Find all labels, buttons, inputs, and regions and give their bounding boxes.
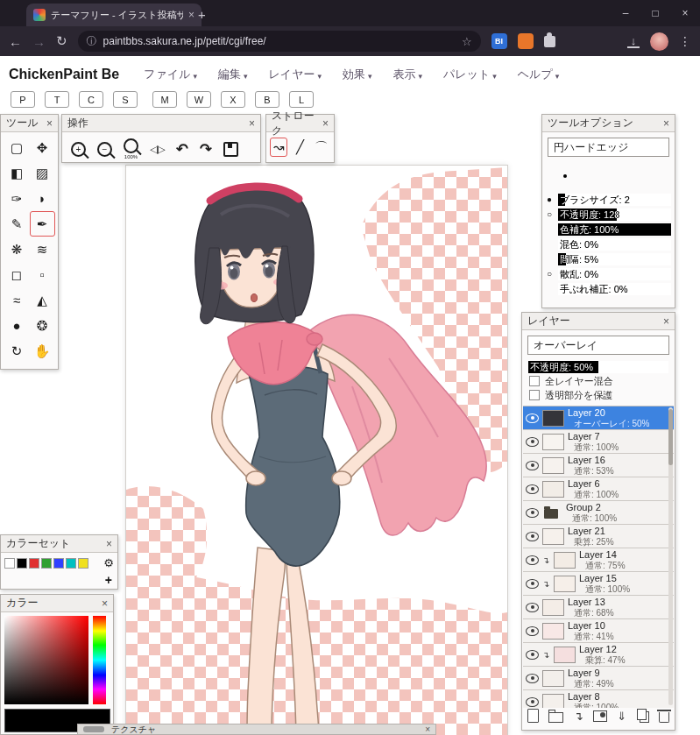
color-swatch[interactable] bbox=[4, 558, 15, 569]
visibility-eye-icon[interactable] bbox=[526, 413, 539, 423]
tool-soft-eraser[interactable]: ▫ bbox=[30, 262, 55, 287]
back-button[interactable]: ← bbox=[9, 34, 22, 49]
save-icon[interactable] bbox=[223, 142, 238, 157]
actions-palette-close-icon[interactable]: × bbox=[249, 117, 255, 130]
stroke-line-icon[interactable]: ╱ bbox=[291, 138, 308, 157]
tool-options-header[interactable]: ツールオプション × bbox=[542, 115, 675, 132]
layer-row[interactable]: Layer 10通常: 41% bbox=[523, 619, 674, 643]
tool-eyedropper[interactable]: ✑ bbox=[4, 186, 30, 211]
stroke-bezier-icon[interactable]: ⌒ bbox=[313, 138, 330, 157]
tool-dodge[interactable]: ● bbox=[4, 313, 30, 338]
forward-button[interactable]: → bbox=[32, 34, 46, 49]
tool-pencil[interactable]: ✎ bbox=[4, 211, 30, 237]
tool-gradient[interactable]: ▨ bbox=[30, 160, 55, 186]
bookmark-star-icon[interactable]: ☆ bbox=[462, 35, 472, 48]
shortcut-w[interactable]: W bbox=[187, 91, 211, 108]
visibility-eye-icon[interactable] bbox=[526, 579, 539, 589]
slider-resaturation[interactable]: 色補充: 100% bbox=[542, 222, 675, 237]
slider-opacity[interactable]: ○ 不透明度: 128 bbox=[542, 207, 675, 222]
shortcut-m[interactable]: M bbox=[152, 91, 177, 108]
add-layer-button[interactable] bbox=[527, 709, 539, 723]
stroke-palette-header[interactable]: ストローク × bbox=[266, 115, 334, 132]
color-swatch[interactable] bbox=[78, 558, 88, 569]
shortcut-t[interactable]: T bbox=[45, 91, 69, 108]
tab-close-icon[interactable]: × bbox=[188, 9, 194, 21]
tool-pen[interactable]: ✒ bbox=[30, 211, 55, 237]
menu-palette[interactable]: パレット bbox=[443, 67, 497, 82]
visibility-eye-icon[interactable] bbox=[526, 508, 539, 518]
zoom-100-icon[interactable]: 100% bbox=[124, 138, 138, 159]
tool-rect-select[interactable]: ▢ bbox=[4, 135, 30, 160]
menu-effect[interactable]: 効果 bbox=[343, 67, 372, 82]
layer-row[interactable]: Layer 21乗算: 25% bbox=[523, 525, 674, 548]
tool-burn[interactable]: ❂ bbox=[30, 313, 55, 338]
protect-alpha-row[interactable]: 透明部分を保護 bbox=[522, 388, 675, 402]
blend-mode-dropdown[interactable]: オーバーレイ bbox=[527, 336, 669, 355]
menu-edit[interactable]: 編集 bbox=[218, 67, 248, 82]
add-group-button[interactable] bbox=[548, 710, 563, 723]
layer-row[interactable]: Layer 7通常: 100% bbox=[523, 430, 674, 454]
menu-help[interactable]: ヘルプ bbox=[518, 67, 559, 82]
visibility-eye-icon[interactable] bbox=[526, 603, 539, 612]
flip-horizontal-icon[interactable]: ◁|▷ bbox=[150, 144, 165, 155]
visibility-eye-icon[interactable] bbox=[526, 555, 539, 565]
color-swatch[interactable] bbox=[41, 558, 52, 569]
tool-hand[interactable]: ✋ bbox=[30, 338, 55, 364]
color-swatch[interactable] bbox=[17, 558, 27, 569]
color-swatch[interactable] bbox=[66, 558, 76, 569]
layers-palette-close-icon[interactable]: × bbox=[663, 315, 669, 328]
merge-down-button[interactable]: ⇓ bbox=[617, 710, 626, 723]
shortcut-x[interactable]: X bbox=[221, 91, 245, 108]
clip-layer-button[interactable]: ↴ bbox=[574, 710, 583, 723]
window-close-button[interactable]: × bbox=[670, 0, 700, 26]
slider-smoothing[interactable]: 手ぶれ補正: 0% bbox=[542, 281, 675, 296]
shortcut-b[interactable]: B bbox=[255, 91, 279, 108]
saturation-value-box[interactable] bbox=[4, 616, 88, 704]
slider-brush-size[interactable]: ● ブラシサイズ: 2 bbox=[542, 192, 675, 207]
mix-all-layers-checkbox[interactable] bbox=[529, 376, 540, 386]
extension-bi-icon[interactable]: BI bbox=[491, 33, 507, 49]
address-bar[interactable]: ⓘ paintbbs.sakura.ne.jp/petit/cgi/free/ … bbox=[78, 31, 481, 52]
layer-row[interactable]: Layer 9通常: 49% bbox=[523, 667, 674, 690]
color-set-header[interactable]: カラーセット × bbox=[1, 535, 117, 553]
menu-layer[interactable]: レイヤー bbox=[269, 67, 322, 82]
color-picker-close-icon[interactable]: × bbox=[102, 597, 108, 610]
tool-eraser[interactable]: ◻ bbox=[4, 262, 30, 287]
visibility-eye-icon[interactable] bbox=[526, 461, 539, 470]
layer-row[interactable]: ↴ Layer 12乗算: 47% bbox=[523, 643, 674, 667]
tool-water[interactable]: ◗ bbox=[30, 186, 55, 211]
visibility-eye-icon[interactable] bbox=[526, 674, 539, 683]
layer-list-scrollbar-thumb[interactable] bbox=[668, 409, 673, 465]
browser-tab[interactable]: テーマフリー - イラスト投稿サイト Pet × bbox=[26, 4, 202, 26]
tool-options-close-icon[interactable]: × bbox=[663, 117, 669, 130]
visibility-eye-icon[interactable] bbox=[526, 437, 539, 447]
protect-alpha-checkbox[interactable] bbox=[529, 390, 540, 400]
actions-palette-header[interactable]: 操作 × bbox=[62, 115, 260, 132]
menu-view[interactable]: 表示 bbox=[393, 67, 423, 82]
tool-blend[interactable]: ◭ bbox=[30, 287, 55, 313]
slider-spacing[interactable]: 間隔: 5% bbox=[542, 251, 675, 266]
undo-icon[interactable]: ↶ bbox=[176, 140, 188, 159]
profile-avatar[interactable] bbox=[650, 32, 668, 51]
reload-button[interactable]: ↻ bbox=[56, 33, 67, 49]
browser-menu-icon[interactable]: ⋮ bbox=[679, 34, 691, 48]
shortcut-p[interactable]: P bbox=[11, 91, 35, 108]
color-swatch[interactable] bbox=[29, 558, 39, 569]
layer-row[interactable]: ↴ Layer 14通常: 75% bbox=[523, 548, 674, 572]
downloads-icon[interactable]: ↓ bbox=[627, 35, 640, 48]
visibility-eye-icon[interactable] bbox=[526, 626, 539, 636]
texture-close-icon[interactable]: × bbox=[425, 724, 430, 734]
tool-palette-header[interactable]: ツール × bbox=[1, 115, 58, 132]
slider-bleed[interactable]: 混色: 0% bbox=[542, 237, 675, 251]
visibility-eye-icon[interactable] bbox=[526, 650, 539, 660]
visibility-eye-icon[interactable] bbox=[526, 697, 539, 707]
layer-row[interactable]: Layer 13通常: 68% bbox=[523, 596, 674, 619]
brush-preset-dropdown[interactable]: 円ハードエッジ bbox=[548, 138, 669, 157]
layer-row[interactable]: ↴ Layer 15通常: 100% bbox=[523, 572, 674, 596]
tool-flood-fill[interactable]: ◧ bbox=[4, 160, 30, 186]
window-maximize-button[interactable]: □ bbox=[640, 0, 670, 26]
menu-file[interactable]: ファイル bbox=[144, 67, 197, 82]
layer-opacity-slider[interactable]: 不透明度: 50% bbox=[522, 360, 675, 374]
color-set-close-icon[interactable]: × bbox=[106, 538, 112, 550]
layers-palette-header[interactable]: レイヤー × bbox=[522, 313, 675, 330]
